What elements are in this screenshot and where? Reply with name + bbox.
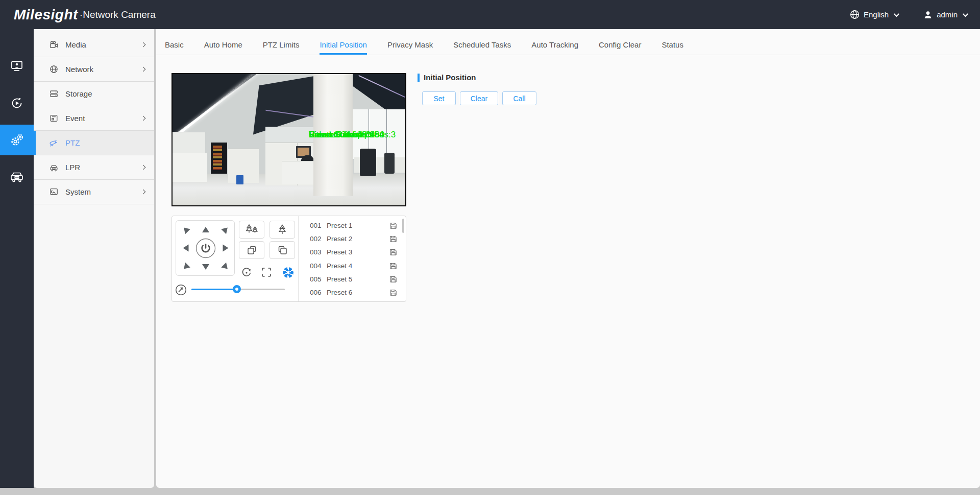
save-preset-icon[interactable] [389,248,397,256]
user-dropdown[interactable]: admin [923,10,967,19]
preset-name: Preset 1 [327,222,352,229]
initial-position-actions: Set Clear Call [422,91,536,105]
save-preset-icon[interactable] [389,222,397,229]
frame-corners-icon [261,267,272,278]
preset-list: 001 Preset 1 002 Preset 2 003 Preset 3 [299,216,406,301]
set-button[interactable]: Set [422,91,456,105]
preset-row[interactable]: 005 Preset 5 [299,272,406,286]
osd-connections: Current Connections:3 [309,129,396,142]
tab-ptz-limits[interactable]: PTZ Limits [263,29,300,55]
section-title-text: Initial Position [424,73,476,82]
preset-scrollbar[interactable] [402,219,404,233]
sidebar-item-label: LPR [65,163,80,172]
globe-icon [850,10,860,19]
tab-scheduled-tasks[interactable]: Scheduled Tasks [453,29,511,55]
rotate-scan-icon [240,266,253,278]
pan-down-right-arrow[interactable] [221,263,230,272]
preset-row[interactable]: 004 Preset 4 [299,259,406,272]
sidebar-item-system[interactable]: System [34,180,154,204]
rail-item-lpr[interactable] [0,161,34,192]
call-button[interactable]: Call [502,91,536,105]
ptz-speed-icon[interactable] [175,284,187,296]
chevron-right-icon [141,67,146,72]
auto-scan-button[interactable] [240,266,253,278]
sidebar-item-label: System [65,187,91,196]
rail-item-live-view[interactable] [0,51,34,81]
sidebar-item-storage[interactable]: Storage [34,82,154,106]
focus-far-icon [246,244,258,256]
tilt-down-arrow[interactable] [202,264,209,270]
save-preset-icon[interactable] [389,275,397,283]
rail-item-playback[interactable] [0,88,34,119]
zoom-out-button[interactable] [239,221,264,239]
ptz-speed-slider-thumb[interactable] [233,285,241,293]
tab-auto-tracking[interactable]: Auto Tracking [531,29,578,55]
preset-row[interactable]: 003 Preset 3 [299,246,406,259]
focus-near-button[interactable] [270,241,295,259]
sidebar-item-media[interactable]: Media [34,33,154,57]
product-title: ·Network Camera [80,9,156,20]
clear-button[interactable]: Clear [460,91,498,105]
iris-button[interactable] [282,266,294,278]
zoom-in-button[interactable] [270,221,295,239]
tilt-up-arrow[interactable] [202,227,209,232]
tab-auto-home[interactable]: Auto Home [204,29,242,55]
save-preset-icon[interactable] [389,262,397,270]
rail-item-settings[interactable] [0,125,34,155]
sidebar-item-event[interactable]: Event [34,106,154,131]
storage-icon [49,89,58,99]
live-view-icon [10,59,23,73]
video-scene-bin [236,175,243,184]
chevron-down-icon [894,11,899,16]
pan-up-left-arrow[interactable] [181,225,190,234]
preset-row[interactable]: 006 Preset 6 [299,286,406,299]
preset-id: 006 [310,289,325,296]
focus-near-icon [277,244,288,256]
preset-name: Preset 6 [327,289,352,296]
language-label: English [864,10,889,19]
sidebar-item-label: PTZ [65,138,80,147]
save-preset-icon[interactable] [389,289,397,296]
ptz-power-button[interactable] [195,238,216,258]
chevron-right-icon [141,42,146,48]
sidebar-item-network[interactable]: Network [34,57,154,82]
pan-right-arrow[interactable] [223,245,229,252]
ptz-dpad [176,220,235,276]
pan-left-arrow[interactable] [183,245,189,252]
preset-row[interactable]: 001 Preset 1 [299,219,406,232]
sidebar-item-label: Event [65,114,85,123]
video-scene-desk [282,161,314,184]
sidebar-item-lpr[interactable]: LPR [34,155,154,180]
aperture-iris-icon [283,267,293,278]
video-scene-desk [173,153,207,182]
system-icon [49,187,58,197]
preset-id: 001 [310,222,325,229]
sidebar: Media Network Storage Event [34,29,154,488]
preset-id: 003 [310,248,325,256]
playback-icon [10,97,23,110]
tab-config-clear[interactable]: Config Clear [599,29,641,55]
tree-zoom-in-icon [276,224,288,236]
preset-name: Preset 5 [327,275,352,283]
settings-gears-icon [10,133,24,147]
network-icon [49,65,58,74]
brand-logo: Milesight [14,7,78,23]
app-header: Milesight ·Network Camera English admin [0,0,980,29]
sidebar-item-ptz[interactable]: PTZ [34,131,154,155]
slider-fill [191,289,237,290]
tab-status[interactable]: Status [662,29,683,55]
chevron-down-icon [963,11,968,16]
language-dropdown[interactable]: English [850,10,898,19]
sidebar-item-label: Network [65,65,93,74]
save-preset-icon[interactable] [389,235,397,243]
pan-down-left-arrow[interactable] [181,263,190,272]
focus-far-button[interactable] [239,241,264,259]
preset-row[interactable]: 002 Preset 2 [299,232,406,245]
pan-up-right-arrow[interactable] [221,225,230,234]
tab-privacy-mask[interactable]: Privacy Mask [387,29,433,55]
auto-focus-button[interactable] [260,266,273,278]
tab-initial-position[interactable]: Initial Position [320,29,367,55]
video-scene-chair [384,153,395,174]
preset-id: 005 [310,275,325,283]
tab-basic[interactable]: Basic [165,29,184,55]
